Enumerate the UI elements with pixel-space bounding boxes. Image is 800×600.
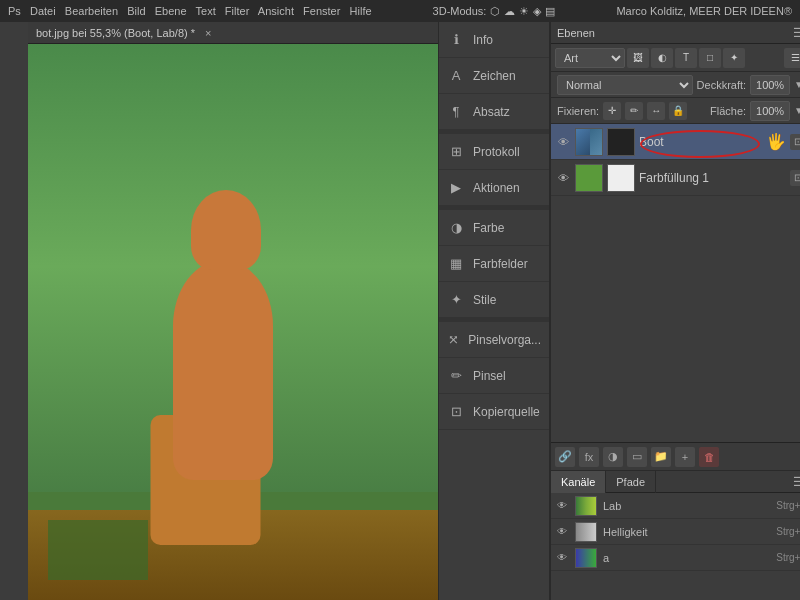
- canvas-tab-close[interactable]: ×: [205, 27, 211, 39]
- opacity-input[interactable]: [750, 75, 790, 95]
- channel-lab-name: Lab: [603, 500, 770, 512]
- panel-item-farbfelder[interactable]: ▦ Farbfelder: [439, 246, 549, 282]
- layers-list: 👁 Boot 🖐 ⊡ 👁 Farbfüllung 1 ⊡: [551, 124, 800, 442]
- layer-farbfullung-name: Farbfüllung 1: [639, 171, 786, 185]
- net-area: [48, 520, 148, 580]
- channel-helligkeit-eye[interactable]: 👁: [555, 525, 569, 539]
- 3d-icon4[interactable]: ◈: [533, 5, 541, 18]
- lb-mask-icon[interactable]: ▭: [627, 447, 647, 467]
- ebenen-menu-icon[interactable]: ☰: [793, 26, 800, 40]
- lb-group-icon[interactable]: 📁: [651, 447, 671, 467]
- 3d-icon1[interactable]: ⬡: [490, 5, 500, 18]
- toolbar-menu-icon[interactable]: ☰: [784, 48, 800, 68]
- panel-label-stile: Stile: [473, 293, 496, 307]
- canvas-image: [28, 44, 438, 600]
- canvas-tab[interactable]: bot.jpg bei 55,3% (Boot, Lab/8) * ×: [28, 22, 438, 44]
- panel-label-protokoll: Protokoll: [473, 145, 520, 159]
- lb-adjust-icon[interactable]: ◑: [603, 447, 623, 467]
- layer-farbfullung-thumb-green: [575, 164, 603, 192]
- fix-move-icon[interactable]: ↔: [647, 102, 665, 120]
- layers-bottom: 🔗 fx ◑ ▭ 📁 + 🗑: [551, 442, 800, 470]
- lb-delete-icon[interactable]: 🗑: [699, 447, 719, 467]
- panel-item-zeichen[interactable]: A Zeichen: [439, 58, 549, 94]
- farbfelder-icon: ▦: [447, 255, 465, 273]
- panel-label-absatz: Absatz: [473, 105, 510, 119]
- panel-item-aktionen[interactable]: ▶ Aktionen: [439, 170, 549, 206]
- blend-mode-select[interactable]: Normal: [557, 75, 693, 95]
- panel-item-stile[interactable]: ✦ Stile: [439, 282, 549, 318]
- panel-item-farbe[interactable]: ◑ Farbe: [439, 210, 549, 246]
- 3d-icon3[interactable]: ☀: [519, 5, 529, 18]
- channels-menu-icon[interactable]: ☰: [787, 475, 800, 489]
- fix-lock-icon[interactable]: 🔒: [669, 102, 687, 120]
- channel-lab-eye[interactable]: 👁: [555, 499, 569, 513]
- channel-helligkeit-name: Helligkeit: [603, 526, 770, 538]
- panel-label-aktionen: Aktionen: [473, 181, 520, 195]
- cursor-hand: 🖐: [766, 132, 786, 151]
- tab-pfade[interactable]: Pfade: [606, 471, 656, 493]
- channel-a-thumb: [575, 548, 597, 568]
- blend-opacity-row: Normal Deckkraft: ▼: [551, 72, 800, 98]
- 3d-mode-label: 3D-Modus:: [433, 5, 487, 17]
- channel-helligkeit-shortcut: Strg+3: [776, 526, 800, 537]
- panel-item-absatz[interactable]: ¶ Absatz: [439, 94, 549, 130]
- zeichen-icon: A: [447, 67, 465, 85]
- lb-new-layer-icon[interactable]: +: [675, 447, 695, 467]
- flaeche-input[interactable]: [750, 101, 790, 121]
- layer-boot-name: Boot: [639, 135, 762, 149]
- panel-item-pinsel[interactable]: ✏ Pinsel: [439, 358, 549, 394]
- fix-brush-icon[interactable]: ✏: [625, 102, 643, 120]
- toolbar-shape-icon[interactable]: □: [699, 48, 721, 68]
- 3d-icon2[interactable]: ☁: [504, 5, 515, 18]
- panel-label-farbfelder: Farbfelder: [473, 257, 528, 271]
- canvas-area: bot.jpg bei 55,3% (Boot, Lab/8) * ×: [28, 22, 438, 600]
- art-select[interactable]: Art: [555, 48, 625, 68]
- channel-a-eye[interactable]: 👁: [555, 551, 569, 565]
- channels-tabs: Kanäle Pfade ☰: [551, 471, 800, 493]
- channel-a[interactable]: 👁 a Strg+4: [551, 545, 800, 571]
- panel-label-farbe: Farbe: [473, 221, 504, 235]
- layer-farbfullung-menu[interactable]: ⊡: [790, 170, 800, 186]
- panel-label-zeichen: Zeichen: [473, 69, 516, 83]
- panel-item-kopierquelle[interactable]: ⊡ Kopierquelle: [439, 394, 549, 430]
- toolbar-effect-icon[interactable]: ✦: [723, 48, 745, 68]
- topbar-center: 3D-Modus: ⬡ ☁ ☀ ◈ ▤: [433, 5, 556, 18]
- layer-boot[interactable]: 👁 Boot 🖐 ⊡: [551, 124, 800, 160]
- layer-farbfullung-eye[interactable]: 👁: [555, 170, 571, 186]
- kopierquelle-icon: ⊡: [447, 403, 465, 421]
- layer-boot-eye[interactable]: 👁: [555, 134, 571, 150]
- lb-fx-icon[interactable]: fx: [579, 447, 599, 467]
- channel-a-shortcut: Strg+4: [776, 552, 800, 563]
- panel-item-pinselvorga[interactable]: ⤧ Pinselvorga...: [439, 322, 549, 358]
- 3d-icon5[interactable]: ▤: [545, 5, 555, 18]
- farbe-icon: ◑: [447, 219, 465, 237]
- toolbar-type-icon[interactable]: T: [675, 48, 697, 68]
- toolbar-adjust-icon[interactable]: ◐: [651, 48, 673, 68]
- app-title: Marco Kolditz, MEER DER IDEEN®: [616, 5, 792, 17]
- panel-item-info[interactable]: ℹ Info: [439, 22, 549, 58]
- fix-label: Fixieren:: [557, 105, 599, 117]
- layer-boot-menu[interactable]: ⊡: [790, 134, 800, 150]
- channel-helligkeit[interactable]: 👁 Helligkeit Strg+3: [551, 519, 800, 545]
- toolbar-image-icon[interactable]: 🖼: [627, 48, 649, 68]
- channel-a-name: a: [603, 552, 770, 564]
- ebenen-toolbar: Art 🖼 ◐ T □ ✦ ☰: [551, 44, 800, 72]
- tab-kanaele[interactable]: Kanäle: [551, 471, 606, 493]
- channel-helligkeit-thumb: [575, 522, 597, 542]
- channels-section: Kanäle Pfade ☰ 👁 Lab Strg+2 👁 Helligkeit…: [551, 470, 800, 600]
- topbar-menu[interactable]: Ps Datei Bearbeiten Bild Ebene Text Filt…: [8, 5, 372, 17]
- canvas-tab-label: bot.jpg bei 55,3% (Boot, Lab/8) *: [36, 27, 195, 39]
- layer-farbfullung[interactable]: 👁 Farbfüllung 1 ⊡: [551, 160, 800, 196]
- panel-item-protokoll[interactable]: ⊞ Protokoll: [439, 134, 549, 170]
- person-body: [173, 260, 273, 480]
- fix-pos-icon[interactable]: ✛: [603, 102, 621, 120]
- lb-link-icon[interactable]: 🔗: [555, 447, 575, 467]
- topbar-left: Ps Datei Bearbeiten Bild Ebene Text Filt…: [8, 4, 372, 18]
- topbar-right: Marco Kolditz, MEER DER IDEEN®: [616, 4, 792, 18]
- flaeche-arrow[interactable]: ▼: [794, 105, 800, 116]
- layer-boot-thumb: [575, 128, 603, 156]
- opacity-arrow[interactable]: ▼: [794, 79, 800, 90]
- panel-label-pinsel: Pinsel: [473, 369, 506, 383]
- channel-lab[interactable]: 👁 Lab Strg+2: [551, 493, 800, 519]
- channel-lab-thumb: [575, 496, 597, 516]
